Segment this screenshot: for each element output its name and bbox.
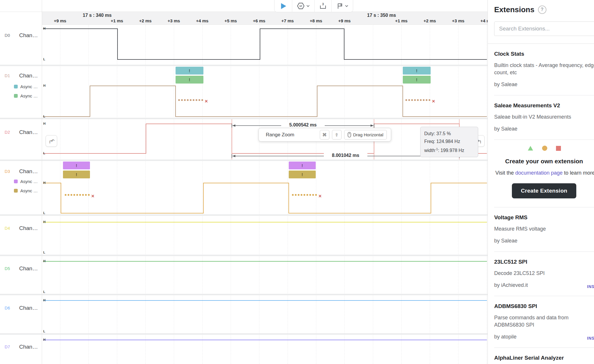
create-extension-heading: Create your own extension <box>494 157 594 165</box>
channel-name: Chan… <box>19 73 38 79</box>
low-marker: L <box>43 57 45 61</box>
measurement-label: 5.000542 ms <box>281 122 325 128</box>
channel-id: D6 <box>5 306 10 310</box>
low-marker: L <box>43 151 45 155</box>
decode-error-bubble: ! <box>289 162 316 169</box>
low-marker: L <box>43 211 45 214</box>
channel-name: Chan… <box>19 32 38 39</box>
trigger-count-icon: 3 <box>319 2 327 10</box>
waveform-row-D6[interactable]: HL <box>42 295 488 333</box>
extension-item: AlphaLiner Serial Analyzer <box>494 347 594 364</box>
trigger-button[interactable]: 3 <box>315 0 331 12</box>
channel-id: D0 <box>5 33 10 38</box>
axis-minor-tick-label: +7 ms <box>275 18 301 23</box>
search-extensions-input[interactable] <box>494 21 594 36</box>
waveform-row-D3[interactable]: HL!!!!✕✕ <box>42 161 488 214</box>
channel-name: Chan… <box>19 225 38 231</box>
low-marker: L <box>43 251 45 254</box>
width-inverse-value: width-1: 199.978 Hz <box>424 145 474 154</box>
shift-key-icon: ⇧ <box>332 130 342 140</box>
high-marker: H <box>43 122 46 125</box>
freq-value: Freq: 124.984 Hz <box>424 137 474 145</box>
waveform-D3 <box>42 161 488 214</box>
axis-minor-tick-label: +6 ms <box>246 18 272 23</box>
channel-id: D1 <box>5 73 10 78</box>
extension-title: Clock Stats <box>494 50 594 58</box>
top-strip <box>0 0 488 12</box>
channel-label-D5[interactable]: D5Chan… <box>0 256 42 294</box>
axis-minor-tick-label: +5 ms <box>218 18 244 23</box>
decode-error-bubble: ! <box>176 76 203 84</box>
waveform-canvas[interactable]: 1F 3 +9 ms17 s : 340 ms+1 ms+2 m <box>0 0 488 364</box>
circle-icon <box>542 146 547 151</box>
channel-id: D2 <box>5 130 10 135</box>
install-link[interactable]: INSTALL <box>587 284 594 289</box>
previous-edge-button[interactable]: ┌↶ <box>46 135 57 147</box>
channel-name: Chan… <box>19 129 38 135</box>
channel-label-D0[interactable]: D0Chan… <box>0 25 42 65</box>
channel-name: Chan… <box>19 344 38 350</box>
axis-minor-tick-label: +2 ms <box>417 18 443 23</box>
row-separator <box>0 160 488 161</box>
channel-label-D3[interactable]: D3Chan…Async …Async … <box>0 161 42 214</box>
channel-label-D6[interactable]: D6Chan… <box>0 295 42 333</box>
channel-label-D4[interactable]: D4Chan… <box>0 216 42 255</box>
waveform-D0 <box>42 25 488 65</box>
high-marker: H <box>43 338 46 341</box>
extension-description: Builtin clock stats - Average frequency,… <box>494 62 594 69</box>
extension-item: Voltage RMSMeasure RMS voltageby Saleae <box>494 207 594 251</box>
create-extension-button[interactable]: Create Extension <box>512 183 576 198</box>
channel-id: D3 <box>5 169 10 174</box>
axis-major-tick-label: 17 s : 340 ms <box>83 13 112 18</box>
waveform-D4 <box>42 216 488 255</box>
waveform-row-D1[interactable]: HL!!!!✕✕ <box>42 66 488 118</box>
chevron-down-icon <box>345 5 348 7</box>
axis-minor-tick-label: +4 ms <box>189 18 215 23</box>
high-marker: H <box>43 181 46 184</box>
waveform-row-D7[interactable]: H <box>42 335 488 364</box>
documentation-hint: Visit the documentation page to learn mo… <box>494 170 594 176</box>
extension-title: ADBMS6830 SPI <box>494 303 594 310</box>
axis-major-tick-label: 17 s : 350 ms <box>367 13 396 18</box>
row-separator <box>0 118 488 119</box>
range-zoom-tooltip: Range Zoom ⌘ ⇧ Drag Horizontal <box>259 128 391 142</box>
waveform-row-D5[interactable]: HL <box>42 256 488 294</box>
label-column-border <box>42 0 42 364</box>
axis-minor-tick-label: +3 ms <box>445 18 471 23</box>
analyzer-name: Async … <box>20 84 38 89</box>
extension-author: by atopile <box>494 333 594 341</box>
extension-title: Saleae Measurements V2 <box>494 102 594 109</box>
play-button[interactable] <box>275 0 292 12</box>
extension-title: 23LC512 SPI <box>494 258 594 266</box>
channel-label-D1[interactable]: D1Chan…Async …Async … <box>0 66 42 118</box>
extension-description: Parse commands and data from <box>494 314 594 321</box>
flag-menu-button[interactable] <box>332 0 353 12</box>
row-separator <box>0 333 488 335</box>
extension-item: Saleae Measurements V2Saleae built-in V2… <box>494 95 594 140</box>
documentation-link[interactable]: documentation page <box>515 170 563 176</box>
extension-item: ADBMS6830 SPIParse commands and data fro… <box>494 296 594 347</box>
capture-settings-button[interactable]: 1F <box>292 0 314 12</box>
extension-author: by iAchieved.it <box>494 282 594 289</box>
time-axis[interactable]: +9 ms17 s : 340 ms+1 ms+2 ms+3 ms+4 ms+5… <box>42 12 488 25</box>
install-link[interactable]: INSTALL <box>587 336 594 341</box>
low-marker: L <box>43 290 45 294</box>
waveform-row-D4[interactable]: HL <box>42 216 488 255</box>
capture-toolbar: 1F 3 <box>274 0 353 12</box>
channel-label-D7[interactable]: D7Chan… <box>0 335 42 364</box>
waveform-row-D0[interactable]: HL <box>42 25 488 65</box>
extensions-panel: Extensions ? Clock StatsBuiltin clock st… <box>488 0 594 364</box>
decode-bits-marker: ✕ <box>405 98 434 102</box>
axis-minor-tick-label: +4 ms <box>474 18 488 23</box>
mouse-icon <box>348 132 351 137</box>
extension-description: Saleae built-in V2 Measurements <box>494 113 594 121</box>
decode-bits-marker: ✕ <box>178 98 206 102</box>
help-icon[interactable]: ? <box>538 6 546 14</box>
waveform-D7 <box>42 335 488 364</box>
extension-title: AlphaLiner Serial Analyzer <box>494 354 594 362</box>
range-zoom-label: Range Zoom <box>266 132 294 138</box>
analyzer-name: Async … <box>20 93 38 98</box>
axis-minor-tick-label: +9 ms <box>331 18 358 23</box>
analyzer-color-swatch <box>14 94 18 98</box>
channel-label-D2[interactable]: D2Chan… <box>0 119 42 160</box>
